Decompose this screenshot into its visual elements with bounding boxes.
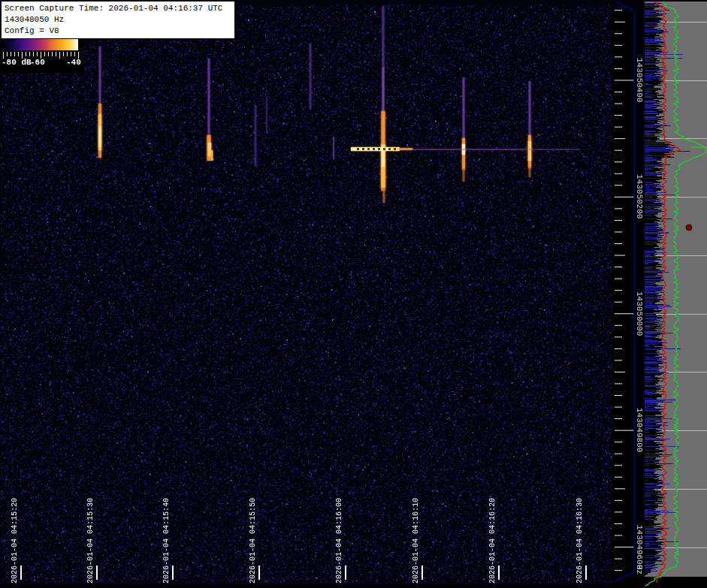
frequency-axis-label: 143050000: [635, 291, 644, 336]
center-frequency-text: 143048050 Hz: [5, 14, 231, 26]
time-axis-label: 2026-01-04 04:16:20: [488, 498, 497, 583]
time-axis-label: 2026-01-04 04:15:30: [86, 498, 95, 583]
colorbar-label-max: -40: [66, 58, 81, 67]
capture-time-text: Screen Capture Time: 2026-01-04 04:16:37…: [5, 3, 231, 14]
config-text: Config = V8: [5, 26, 231, 37]
spectrum-lab-window: Screen Capture Time: 2026-01-04 04:16:37…: [0, 0, 707, 588]
colorbar-label-min: -80 dB: [2, 58, 32, 67]
time-axis-label: 2026-01-04 04:15:20: [11, 498, 19, 583]
time-axis-label: 2026-01-04 04:15:40: [162, 498, 171, 583]
frequency-axis-label: 143050400: [635, 58, 644, 102]
time-axis-label: 2026-01-04 04:16:00: [335, 498, 343, 583]
spectrogram-canvas[interactable]: [0, 0, 707, 588]
frequency-axis-label: 143050200: [635, 174, 644, 219]
frequency-axis-unit: Hz: [635, 565, 644, 574]
time-axis-label: 2026-01-04 04:16:30: [576, 498, 584, 583]
frequency-axis-label: 143049800: [635, 408, 644, 452]
capture-info-box: Screen Capture Time: 2026-01-04 04:16:37…: [1, 1, 235, 39]
colorbar-label-mid: -60: [30, 58, 45, 67]
time-axis-label: 2026-01-04 04:16:10: [412, 498, 420, 583]
time-axis-label: 2026-01-04 04:15:50: [249, 498, 257, 583]
frequency-axis-label: 143049600: [635, 525, 644, 569]
